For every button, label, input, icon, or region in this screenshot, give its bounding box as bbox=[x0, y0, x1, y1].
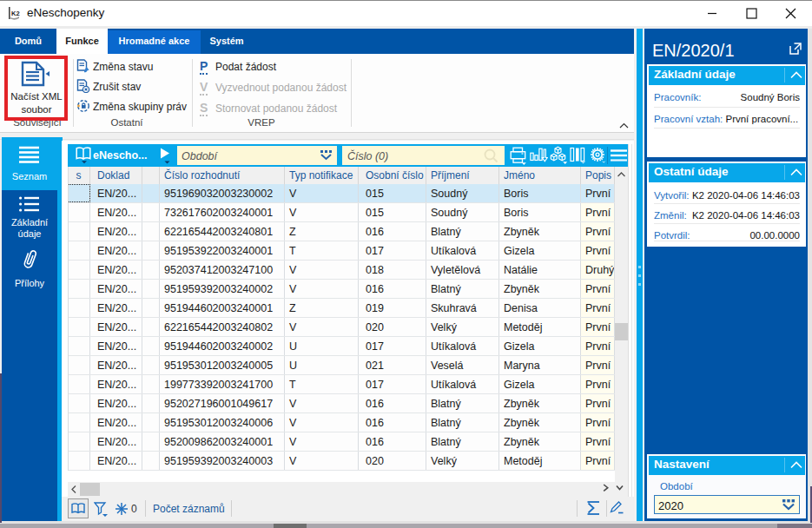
svg-text:K2: K2 bbox=[11, 10, 20, 17]
